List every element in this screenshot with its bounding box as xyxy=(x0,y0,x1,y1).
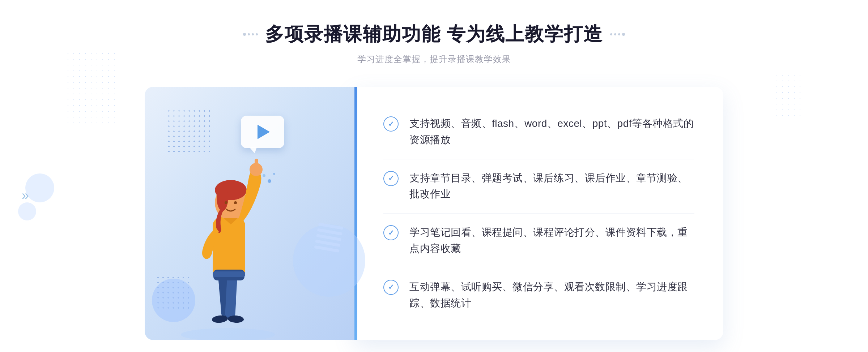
check-circle-1: ✓ xyxy=(383,116,399,132)
dot3 xyxy=(252,33,254,35)
svg-point-15 xyxy=(268,179,271,183)
ext-circle-2 xyxy=(18,202,36,220)
feature-text-3: 学习笔记回看、课程提问、课程评论打分、课件资料下载，重点内容收藏 xyxy=(409,224,694,257)
stripe-5 xyxy=(314,245,339,253)
feature-item-2: ✓ 支持章节目录、弹题考试、课后练习、课后作业、章节测验、批改作业 xyxy=(383,159,694,214)
feature-text-2: 支持章节目录、弹题考试、课后练习、课后作业、章节测验、批改作业 xyxy=(409,170,694,203)
ext-circle-1 xyxy=(25,173,54,202)
content-area: ✓ 支持视频、音频、flash、word、excel、ppt、pdf等各种格式的… xyxy=(145,87,723,340)
title-wrapper: 多项录播课辅助功能 专为线上教学打造 xyxy=(243,22,625,47)
illustration-panel xyxy=(145,87,354,340)
dot6 xyxy=(614,33,616,35)
feature-text-1: 支持视频、音频、flash、word、excel、ppt、pdf等各种格式的资源… xyxy=(409,116,694,148)
check-icon-1: ✓ xyxy=(383,116,399,132)
check-icon-3: ✓ xyxy=(383,225,399,240)
person-illustration xyxy=(166,130,289,340)
check-mark-4: ✓ xyxy=(388,283,394,291)
check-mark-2: ✓ xyxy=(388,175,394,182)
dot2 xyxy=(248,33,250,35)
svg-point-16 xyxy=(273,173,275,175)
check-mark-3: ✓ xyxy=(388,229,394,236)
svg-rect-10 xyxy=(255,159,258,172)
dot1 xyxy=(243,33,246,36)
info-panel: ✓ 支持视频、音频、flash、word、excel、ppt、pdf等各种格式的… xyxy=(354,87,723,340)
svg-point-0 xyxy=(181,328,275,340)
dot5 xyxy=(610,33,612,35)
check-circle-3: ✓ xyxy=(383,225,399,240)
dot-grid-right xyxy=(774,72,803,116)
feature-item-1: ✓ 支持视频、音频、flash、word、excel、ppt、pdf等各种格式的… xyxy=(383,105,694,159)
check-icon-2: ✓ xyxy=(383,171,399,186)
dot7 xyxy=(618,33,620,35)
page-container: » 多项录播课辅助功能 专为线上教学打造 学习进度全掌握，提升录播课教学效果 xyxy=(0,0,868,352)
check-circle-4: ✓ xyxy=(383,280,399,295)
subtitle: 学习进度全掌握，提升录播课教学效果 xyxy=(357,53,511,65)
dot8 xyxy=(622,33,625,36)
check-icon-4: ✓ xyxy=(383,280,399,295)
svg-point-14 xyxy=(234,201,237,204)
check-mark-1: ✓ xyxy=(388,120,394,128)
dot4 xyxy=(256,33,258,35)
svg-rect-12 xyxy=(213,271,245,277)
svg-point-13 xyxy=(225,201,227,204)
main-title: 多项录播课辅助功能 专为线上教学打造 xyxy=(265,22,603,47)
svg-point-17 xyxy=(263,174,265,177)
feature-item-4: ✓ 互动弹幕、试听购买、微信分享、观看次数限制、学习进度跟踪、数据统计 xyxy=(383,268,694,322)
feature-text-4: 互动弹幕、试听购买、微信分享、观看次数限制、学习进度跟踪、数据统计 xyxy=(409,279,694,312)
feature-item-3: ✓ 学习笔记回看、课程提问、课程评论打分、课件资料下载，重点内容收藏 xyxy=(383,214,694,268)
left-title-decorator xyxy=(243,33,258,36)
check-circle-2: ✓ xyxy=(383,171,399,186)
right-title-decorator xyxy=(610,33,625,36)
header-section: 多项录播课辅助功能 专为线上教学打造 学习进度全掌握，提升录播课教学效果 xyxy=(0,22,868,65)
